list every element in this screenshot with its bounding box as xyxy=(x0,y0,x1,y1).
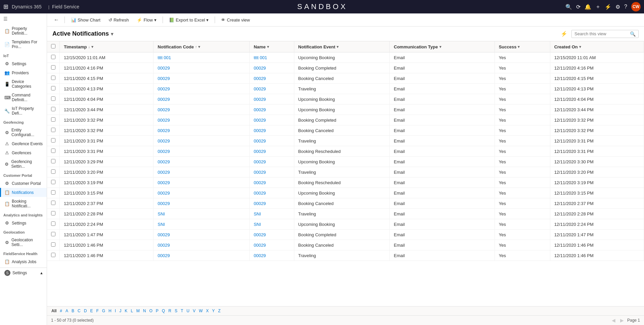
sidebar-item-geofencing-settings[interactable]: ⚙ Geofencing Settin... xyxy=(0,157,47,171)
settings-icon[interactable]: ⚙ xyxy=(615,4,620,10)
notification-code-link[interactable]: 00029 xyxy=(158,128,170,133)
cell-notification-code[interactable]: 00029 xyxy=(154,63,250,73)
cell-notification-code[interactable]: 00029 xyxy=(154,136,250,146)
row-checkbox-cell[interactable] xyxy=(47,230,60,240)
select-all-checkbox-col[interactable] xyxy=(47,41,60,52)
cell-name[interactable]: SNI xyxy=(250,209,294,219)
name-link[interactable]: 00029 xyxy=(254,118,266,123)
row-checkbox[interactable] xyxy=(51,242,55,247)
name-link[interactable]: SNI xyxy=(254,222,261,227)
cell-name[interactable]: 00029 xyxy=(250,230,294,240)
search-icon[interactable]: 🔍 xyxy=(565,4,572,10)
cell-notification-code[interactable]: 00029 xyxy=(154,94,250,105)
notification-code-link[interactable]: 00029 xyxy=(158,253,170,258)
row-checkbox-cell[interactable] xyxy=(47,84,60,94)
alpha-btn-r[interactable]: R xyxy=(167,308,173,314)
alpha-btn-#[interactable]: # xyxy=(58,308,64,314)
cell-notification-code[interactable]: 00029 xyxy=(154,115,250,125)
recent-icon[interactable]: ⟳ xyxy=(576,4,581,10)
notification-code-link[interactable]: SNI xyxy=(158,222,165,227)
name-link[interactable]: 00029 xyxy=(254,149,266,154)
sidebar-item-settings-bottom[interactable]: S Settings ▲ xyxy=(0,268,47,278)
cell-notification-code[interactable]: 00029 xyxy=(154,177,250,188)
cell-notification-code[interactable]: 00029 xyxy=(154,167,250,177)
cell-name[interactable]: 00029 xyxy=(250,240,294,250)
help-icon[interactable]: ? xyxy=(624,4,627,10)
row-checkbox[interactable] xyxy=(51,190,55,195)
notification-code-link[interactable]: 00029 xyxy=(158,180,170,185)
cell-notification-code[interactable]: 00029 xyxy=(154,125,250,136)
row-checkbox[interactable] xyxy=(51,76,55,80)
sidebar-item-customer-portal[interactable]: ⚙ Customer Portal xyxy=(0,179,47,188)
filter-icon[interactable]: ⚡ xyxy=(605,4,611,10)
cell-notification-code[interactable]: 00029 xyxy=(154,84,250,94)
row-checkbox-cell[interactable] xyxy=(47,136,60,146)
row-checkbox-cell[interactable] xyxy=(47,94,60,105)
cell-name[interactable]: SNI xyxy=(250,219,294,230)
success-filter-icon[interactable]: ▾ xyxy=(518,45,520,49)
name-link[interactable]: 00029 xyxy=(254,76,266,81)
sidebar-item-geofences[interactable]: ⚠ Geofences xyxy=(0,148,47,157)
notification-code-link[interactable]: 00029 xyxy=(158,191,170,196)
cell-name[interactable]: 00029 xyxy=(250,167,294,177)
cell-notification-code[interactable]: 00029 xyxy=(154,198,250,209)
cell-name[interactable]: tttt 001 xyxy=(250,52,294,63)
name-link[interactable]: 00029 xyxy=(254,191,266,196)
next-page-button[interactable]: ▶ xyxy=(619,317,625,324)
name-link[interactable]: 00029 xyxy=(254,170,266,175)
flow-button[interactable]: ⚡ Flow ▾ xyxy=(133,16,160,24)
alpha-btn-a[interactable]: A xyxy=(64,308,70,314)
cell-notification-code[interactable]: 00029 xyxy=(154,250,250,261)
row-checkbox[interactable] xyxy=(51,201,55,205)
row-checkbox[interactable] xyxy=(51,128,55,132)
sidebar-item-device-categories[interactable]: 📱 Device Categories xyxy=(0,77,47,91)
notification-code-link[interactable]: 00029 xyxy=(158,97,170,102)
alpha-btn-v[interactable]: V xyxy=(191,308,197,314)
cell-name[interactable]: 00029 xyxy=(250,157,294,167)
th-success[interactable]: Success ▾ xyxy=(495,41,550,52)
row-checkbox[interactable] xyxy=(51,107,55,111)
alpha-btn-f[interactable]: F xyxy=(94,308,100,314)
alpha-btn-d[interactable]: D xyxy=(82,308,89,314)
row-checkbox[interactable] xyxy=(51,96,55,101)
th-name[interactable]: Name ▾ xyxy=(250,41,294,52)
notification-code-link[interactable]: 00029 xyxy=(158,66,170,71)
alpha-btn-x[interactable]: X xyxy=(204,308,210,314)
name-link[interactable]: tttt 001 xyxy=(254,55,267,60)
name-filter-icon[interactable]: ▾ xyxy=(267,45,269,49)
sidebar-item-geolocation-settings[interactable]: ⚙ Geolocation Setti... xyxy=(0,236,47,249)
sidebar-item-settings[interactable]: ⚙ Settings xyxy=(0,59,47,68)
name-link[interactable]: SNI xyxy=(254,211,261,216)
cell-name[interactable]: 00029 xyxy=(250,94,294,105)
select-all-checkbox[interactable] xyxy=(51,44,55,48)
name-link[interactable]: 00029 xyxy=(254,253,266,258)
row-checkbox-cell[interactable] xyxy=(47,52,60,63)
alpha-btn-i[interactable]: I xyxy=(113,308,118,314)
alpha-btn-k[interactable]: K xyxy=(123,308,129,314)
name-link[interactable]: 00029 xyxy=(254,243,266,248)
name-link[interactable]: 00029 xyxy=(254,128,266,133)
notification-code-link[interactable]: 00029 xyxy=(158,159,170,164)
row-checkbox-cell[interactable] xyxy=(47,146,60,157)
name-link[interactable]: 00029 xyxy=(254,159,266,164)
search-input[interactable] xyxy=(574,31,630,36)
cell-name[interactable]: 00029 xyxy=(250,73,294,84)
cell-notification-code[interactable]: 00029 xyxy=(154,157,250,167)
notification-code-link[interactable]: 00029 xyxy=(158,86,170,91)
row-checkbox-cell[interactable] xyxy=(47,157,60,167)
alpha-btn-o[interactable]: O xyxy=(148,308,154,314)
row-checkbox-cell[interactable] xyxy=(47,209,60,219)
sidebar-item-property-def[interactable]: 📋 Property Definiti... xyxy=(0,24,47,38)
row-checkbox-cell[interactable] xyxy=(47,198,60,209)
row-checkbox-cell[interactable] xyxy=(47,63,60,73)
cell-name[interactable]: 00029 xyxy=(250,146,294,157)
th-communication-type[interactable]: Communication Type ▾ xyxy=(390,41,495,52)
alpha-btn-s[interactable]: S xyxy=(173,308,179,314)
sidebar-item-iot-property[interactable]: 🔧 IoT Property Defi... xyxy=(0,104,47,118)
notification-code-link[interactable]: 00029 xyxy=(158,138,170,144)
add-icon[interactable]: ＋ xyxy=(595,3,601,10)
avatar[interactable]: CW xyxy=(631,2,641,11)
row-checkbox[interactable] xyxy=(51,55,55,59)
sidebar-item-entity-config[interactable]: ⚙ Entity Configurati... xyxy=(0,126,47,139)
alpha-btn-z[interactable]: Z xyxy=(216,308,222,314)
